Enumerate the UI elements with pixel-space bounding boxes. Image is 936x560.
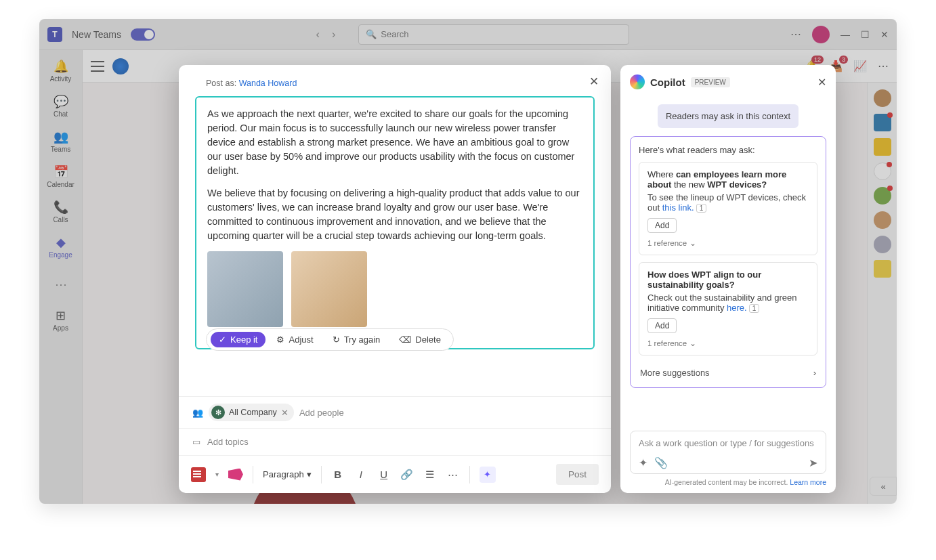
link-icon[interactable]: 🔗 bbox=[400, 469, 414, 481]
reference-badge[interactable]: 1 bbox=[749, 304, 760, 313]
rail-engage[interactable]: ◆Engage bbox=[42, 230, 80, 263]
add-topics-input: Add topics bbox=[207, 437, 249, 447]
post-button[interactable]: Post bbox=[556, 464, 599, 485]
search-input[interactable]: 🔍 Search bbox=[358, 24, 629, 45]
send-icon[interactable]: ➤ bbox=[809, 456, 817, 469]
compose-paragraph: We believe that by focusing on deliverin… bbox=[207, 186, 582, 243]
reference-toggle[interactable]: 1 reference⌄ bbox=[647, 339, 809, 348]
delete-icon: ⌫ bbox=[399, 335, 411, 345]
close-copilot-icon[interactable]: ✕ bbox=[817, 76, 826, 89]
suggestion-card: How does WPT align to our sustainability… bbox=[639, 262, 817, 356]
list-icon[interactable]: ☰ bbox=[423, 469, 437, 481]
audience-row: 👥 ✻ All Company ✕ Add people bbox=[179, 396, 611, 428]
hamburger-icon[interactable] bbox=[91, 61, 104, 72]
app-tile[interactable] bbox=[874, 260, 891, 278]
toolbar-more-icon[interactable]: ⋯ bbox=[446, 469, 460, 481]
preview-badge: PREVIEW bbox=[691, 77, 730, 87]
attached-image[interactable] bbox=[291, 251, 367, 327]
maximize-icon[interactable]: ☐ bbox=[861, 29, 870, 40]
search-placeholder: Search bbox=[381, 29, 408, 39]
suggestion-card: Where can employees learn more about the… bbox=[639, 162, 817, 255]
chevron-down-icon: ⌄ bbox=[689, 339, 696, 348]
reference-toggle[interactable]: 1 reference⌄ bbox=[647, 238, 809, 248]
nav-forward-icon[interactable]: › bbox=[332, 28, 335, 41]
chevron-down-icon[interactable]: ▾ bbox=[215, 471, 219, 478]
bold-icon[interactable]: B bbox=[331, 469, 345, 480]
try-again-button[interactable]: ↻Try again bbox=[324, 332, 389, 347]
user-avatar[interactable] bbox=[812, 26, 830, 43]
copilot-toolbar-icon[interactable]: ✦ bbox=[480, 467, 496, 483]
suggestions-intro: Here's what readers may ask: bbox=[639, 145, 817, 155]
compose-body[interactable]: As we approach the next quarter, we're e… bbox=[195, 96, 595, 349]
remove-chip-icon[interactable]: ✕ bbox=[281, 408, 289, 418]
suggestion-answer: To see the lineup of WPT devices, check … bbox=[647, 192, 809, 213]
topics-row[interactable]: ▭ Add topics bbox=[179, 428, 611, 455]
appbar-more-icon[interactable]: ⋯ bbox=[878, 60, 889, 72]
delete-button[interactable]: ⌫Delete bbox=[391, 332, 449, 347]
refresh-icon: ↻ bbox=[333, 335, 340, 345]
adjust-button[interactable]: ⚙Adjust bbox=[268, 332, 321, 347]
copilot-input-placeholder: Ask a work question or type / for sugges… bbox=[639, 438, 817, 448]
suggestion-link[interactable]: this link. bbox=[662, 202, 694, 213]
close-compose-icon[interactable]: ✕ bbox=[589, 74, 599, 89]
left-nav-rail: 🔔Activity 💬Chat 👥Teams 📅Calendar 📞Calls … bbox=[39, 50, 83, 504]
learn-more-link[interactable]: Learn more bbox=[790, 478, 826, 486]
rail-calendar[interactable]: 📅Calendar bbox=[42, 160, 80, 192]
suggestions-box: Here's what readers may ask: Where can e… bbox=[630, 136, 826, 388]
keep-it-button[interactable]: ✓Keep it bbox=[211, 332, 265, 347]
app-tile[interactable] bbox=[874, 114, 891, 131]
attached-image[interactable] bbox=[207, 251, 283, 327]
add-suggestion-button[interactable]: Add bbox=[647, 218, 677, 233]
close-window-icon[interactable]: ✕ bbox=[880, 29, 889, 40]
post-as-row: Post as: Wanda Howard bbox=[179, 65, 611, 91]
underline-icon[interactable]: U bbox=[377, 469, 391, 480]
post-as-author-link[interactable]: Wanda Howard bbox=[239, 79, 297, 88]
chevron-right-icon: › bbox=[813, 368, 816, 378]
compose-modal: ✕ Post as: Wanda Howard As we approach t… bbox=[179, 65, 611, 493]
rail-teams[interactable]: 👥Teams bbox=[42, 125, 80, 157]
analytics-icon[interactable]: 📈 bbox=[853, 60, 867, 72]
teams-window: T New Teams ‹ › 🔍 Search ⋯ — ☐ ✕ 🔔Activi… bbox=[39, 19, 897, 504]
more-icon[interactable]: ⋯ bbox=[790, 28, 801, 41]
speaker-type-icon[interactable] bbox=[228, 469, 243, 481]
copilot-title: Copilot bbox=[650, 77, 685, 88]
chip-label: All Company bbox=[229, 408, 277, 417]
copilot-input[interactable]: Ask a work question or type / for sugges… bbox=[630, 431, 826, 474]
minimize-icon[interactable]: — bbox=[841, 29, 850, 40]
add-people-input[interactable]: Add people bbox=[299, 408, 344, 418]
collapse-rail-icon[interactable]: « bbox=[870, 477, 897, 496]
rail-activity[interactable]: 🔔Activity bbox=[42, 54, 80, 87]
contact-avatar[interactable] bbox=[874, 89, 891, 107]
contact-avatar[interactable] bbox=[874, 187, 891, 204]
contact-avatar[interactable] bbox=[874, 236, 891, 253]
new-teams-toggle[interactable] bbox=[131, 28, 155, 41]
chevron-down-icon: ▾ bbox=[307, 469, 312, 479]
suggestion-link[interactable]: here. bbox=[727, 303, 747, 313]
reference-badge[interactable]: 1 bbox=[696, 204, 707, 213]
app-tile[interactable] bbox=[874, 138, 891, 156]
rail-apps[interactable]: ⊞Apps bbox=[42, 303, 80, 336]
contact-avatar[interactable] bbox=[874, 163, 891, 180]
community-icon: ✻ bbox=[211, 406, 225, 419]
italic-icon[interactable]: I bbox=[354, 469, 368, 480]
bell-icon: 🔔 bbox=[54, 59, 68, 74]
paragraph-style-select[interactable]: Paragraph▾ bbox=[263, 469, 312, 479]
more-suggestions-button[interactable]: More suggestions › bbox=[639, 362, 817, 379]
compose-toolbar: ▾ Paragraph▾ B I U 🔗 ☰ ⋯ ✦ Post bbox=[179, 455, 611, 493]
add-suggestion-button[interactable]: Add bbox=[647, 318, 677, 333]
right-people-rail bbox=[867, 83, 897, 504]
sparkle-icon[interactable]: ✦ bbox=[639, 456, 647, 469]
teams-app-icon: T bbox=[47, 27, 62, 42]
search-icon: 🔍 bbox=[366, 29, 377, 39]
attach-icon[interactable]: 📎 bbox=[654, 456, 668, 469]
contact-avatar[interactable] bbox=[874, 211, 891, 229]
rail-calls[interactable]: 📞Calls bbox=[42, 195, 80, 228]
rail-more[interactable]: ⋯ bbox=[42, 268, 80, 301]
context-chip: Readers may ask in this context bbox=[658, 104, 799, 128]
rail-chat[interactable]: 💬Chat bbox=[42, 89, 80, 122]
nav-back-icon[interactable]: ‹ bbox=[316, 28, 320, 41]
audience-chip[interactable]: ✻ All Company ✕ bbox=[209, 404, 294, 421]
topics-icon: ▭ bbox=[192, 437, 200, 447]
announcement-type-icon[interactable] bbox=[191, 467, 206, 482]
copilot-panel: Copilot PREVIEW ✕ Readers may ask in thi… bbox=[620, 65, 836, 493]
